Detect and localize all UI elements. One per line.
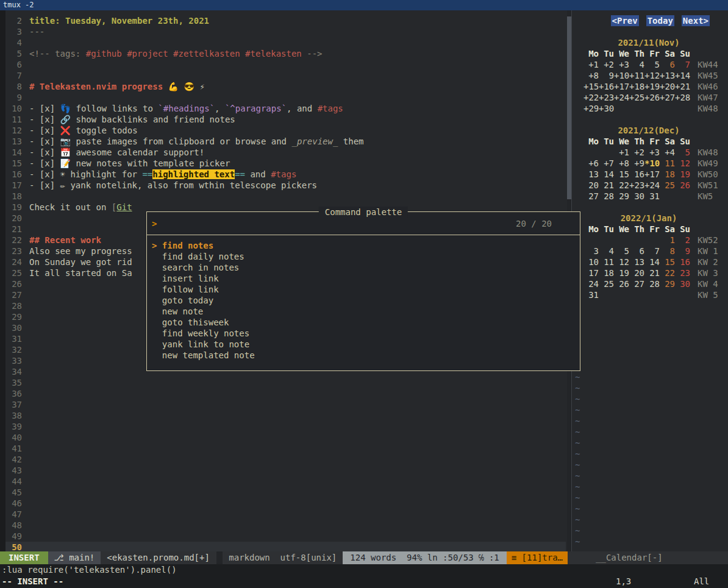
calendar-day[interactable]: +14 [675, 70, 690, 81]
calendar-day[interactable]: +29 [583, 103, 599, 114]
calendar-day[interactable]: 27 [583, 191, 599, 202]
calendar-day[interactable]: 21 [644, 267, 660, 278]
calendar-day[interactable]: +21 [675, 81, 690, 92]
calendar-day[interactable]: 30 [675, 278, 690, 289]
calendar-day[interactable]: 16 [629, 169, 644, 180]
palette-item[interactable]: insert link [152, 273, 580, 284]
calendar-day[interactable]: +17 [614, 81, 629, 92]
calendar-day[interactable]: 28 [644, 278, 660, 289]
editor-line[interactable]: 9 [0, 92, 571, 103]
editor-line[interactable]: 37 [0, 399, 571, 410]
calendar-day[interactable]: 5 [614, 246, 629, 257]
calendar-day[interactable]: +3 [644, 147, 660, 158]
calendar-day[interactable]: +11 [629, 70, 644, 81]
calendar-day[interactable]: 20 [583, 180, 599, 191]
scrollbar-thumb[interactable] [567, 16, 571, 199]
editor-line[interactable]: 4 [0, 37, 571, 48]
editor-line[interactable]: 48 [0, 520, 571, 531]
calendar-day[interactable]: +2 [599, 59, 614, 70]
calendar-day[interactable]: 1 [660, 235, 675, 246]
calendar-day[interactable]: 18 [599, 267, 614, 278]
editor-line[interactable]: 17- [x] ✏ yank notelink, also from wthin… [0, 180, 571, 191]
editor-line[interactable]: 44 [0, 476, 571, 487]
calendar-day[interactable]: +24 [614, 92, 629, 103]
calendar-day[interactable]: 3 [583, 246, 599, 257]
calendar-day[interactable]: 19 [614, 267, 629, 278]
editor-line[interactable]: 16- [x] ☀ highlight for ==highlighted te… [0, 169, 571, 180]
palette-item[interactable]: goto thisweek [152, 317, 580, 328]
editor-line[interactable]: 38 [0, 410, 571, 421]
editor-line[interactable]: 10- [x] 👣 follow links to `#headings`, `… [0, 103, 571, 114]
editor-line[interactable]: 45 [0, 487, 571, 498]
calendar-day[interactable]: +23 [629, 180, 644, 191]
calendar-day[interactable]: 11 [599, 257, 614, 267]
editor-line[interactable]: 39 [0, 421, 571, 432]
calendar-day[interactable]: 10 [583, 257, 599, 267]
calendar-day[interactable]: 5 [675, 147, 690, 158]
palette-item[interactable]: new note [152, 306, 580, 317]
calendar-day[interactable]: 24 [583, 278, 599, 289]
calendar-day[interactable]: 5 [644, 59, 660, 70]
calendar-day[interactable]: 29 [614, 191, 629, 202]
editor-line[interactable]: 5<!-- tags: #github #project #zettelkast… [0, 48, 571, 59]
editor-line[interactable]: 50 [0, 542, 566, 551]
calendar-day[interactable]: +6 [583, 158, 599, 169]
palette-item[interactable]: search in notes [152, 262, 580, 273]
palette-item[interactable]: > find notes [152, 240, 580, 251]
calendar-day[interactable]: 26 [675, 180, 690, 191]
calendar-day[interactable]: 15 [614, 169, 629, 180]
calendar-day[interactable]: +9 [629, 158, 644, 169]
calendar-day[interactable]: +30 [599, 103, 614, 114]
calendar-day[interactable]: 13 [583, 169, 599, 180]
calendar-day[interactable]: 28 [599, 191, 614, 202]
calendar-day[interactable]: +17 [644, 169, 660, 180]
calendar-prev-button[interactable]: <Prev [611, 15, 639, 26]
editor-line[interactable]: 36 [0, 388, 571, 399]
editor-line[interactable]: 42 [0, 454, 571, 465]
calendar-day[interactable]: 9 [675, 246, 690, 257]
calendar-day[interactable]: 8 [660, 246, 675, 257]
calendar-day[interactable]: +25 [629, 92, 644, 103]
calendar-day[interactable]: 27 [629, 278, 644, 289]
calendar-day[interactable]: 6 [660, 59, 675, 70]
calendar-day[interactable]: +26 [644, 92, 660, 103]
palette-item[interactable]: goto today [152, 295, 580, 306]
calendar-day[interactable]: 22 [614, 180, 629, 191]
palette-item[interactable]: find daily notes [152, 251, 580, 262]
calendar-day[interactable]: +4 [660, 147, 675, 158]
calendar-day[interactable]: 26 [614, 278, 629, 289]
calendar-day[interactable]: +22 [583, 92, 599, 103]
calendar-day[interactable]: 7 [644, 246, 660, 257]
editor-line[interactable]: 11- [x] 🔗 show backlinks and friend note… [0, 114, 571, 125]
editor-line[interactable]: 13- [x] 📷 paste images from clipboard or… [0, 136, 571, 147]
calendar-day[interactable]: +10 [614, 70, 629, 81]
calendar-next-button[interactable]: Next> [682, 15, 710, 26]
calendar-day[interactable]: 21 [599, 180, 614, 191]
editor-line[interactable]: 8# Telekasten.nvim progress 💪 😎 ⚡ [0, 81, 571, 92]
editor-line[interactable]: 46 [0, 498, 571, 509]
calendar-day[interactable]: 25 [660, 180, 675, 191]
calendar-day[interactable]: 22 [660, 267, 675, 278]
calendar-day[interactable]: 9 [599, 70, 614, 81]
editor-line[interactable]: 6 [0, 59, 571, 70]
editor-line[interactable]: 15- [x] 📝 new notes with template picker [0, 158, 571, 169]
calendar-day[interactable]: +28 [675, 92, 690, 103]
calendar-day[interactable]: +20 [660, 81, 675, 92]
calendar-today-button[interactable]: Today [646, 15, 674, 26]
editor-line[interactable]: 43 [0, 465, 571, 476]
calendar-day[interactable]: 29 [660, 278, 675, 289]
editor-line[interactable]: 7 [0, 70, 571, 81]
calendar-day[interactable]: +3 [614, 59, 629, 70]
editor-line[interactable]: 35 [0, 377, 571, 388]
palette-item[interactable]: find weekly notes [152, 328, 580, 339]
command-line[interactable]: :lua require('telekasten').panel() [0, 564, 728, 575]
calendar-day[interactable]: +19 [644, 81, 660, 92]
calendar-day[interactable]: +24 [644, 180, 660, 191]
calendar-day[interactable]: 18 [660, 169, 675, 180]
palette-item[interactable]: follow link [152, 284, 580, 295]
calendar-day[interactable]: 4 [629, 59, 644, 70]
calendar-day[interactable]: 20 [629, 267, 644, 278]
calendar-day[interactable]: +27 [660, 92, 675, 103]
calendar-day[interactable]: +1 [614, 147, 629, 158]
calendar-day[interactable]: +18 [629, 81, 644, 92]
